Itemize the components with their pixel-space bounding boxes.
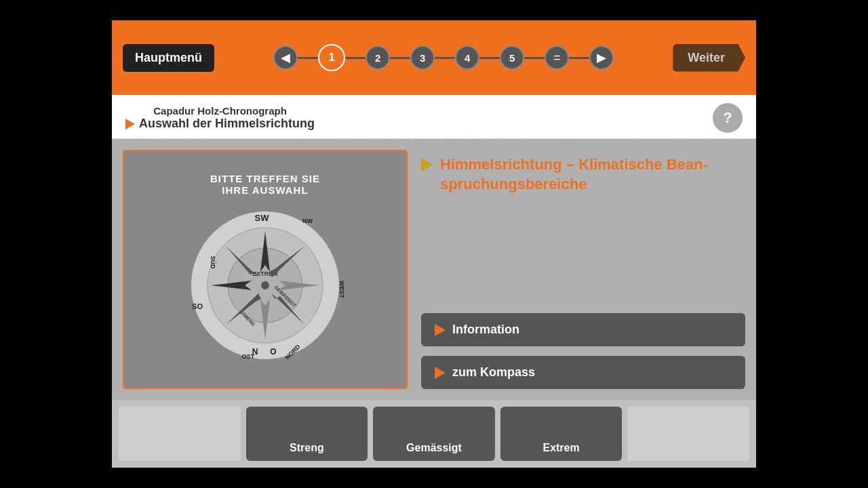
svg-text:WEST: WEST: [338, 281, 345, 299]
subtitle-arrow-icon: [125, 119, 135, 129]
main-content: BITTE TREFFEN SIE IHRE AUSWAHL EXTREM GE…: [112, 139, 756, 400]
right-panel: Himmelsrichtung – Klimatische Bean­spruc…: [421, 150, 745, 389]
svg-text:SO: SO: [192, 302, 203, 310]
step-equals: =: [545, 45, 569, 70]
compass-area: BITTE TREFFEN SIE IHRE AUSWAHL EXTREM GE…: [123, 150, 408, 389]
svg-text:N: N: [252, 347, 258, 357]
nav-line-1: [298, 57, 318, 59]
nav-line-3: [390, 57, 410, 59]
navigation-steps: ◀ 1 2 3 4 5 = ▶: [225, 44, 662, 71]
kompass-arrow-icon: [435, 367, 446, 379]
bottom-bar: Streng Gemässigt Extrem: [112, 400, 756, 468]
page-title: Capadur Holz-Chronograph: [125, 105, 315, 117]
nav-line-7: [569, 57, 589, 59]
step-4[interactable]: 4: [455, 45, 479, 70]
step-5[interactable]: 5: [500, 45, 524, 70]
step-2[interactable]: 2: [366, 45, 390, 70]
kompass-button[interactable]: zum Kompass: [421, 356, 745, 389]
help-button[interactable]: ?: [713, 103, 743, 133]
svg-text:SÜD: SÜD: [210, 256, 216, 269]
hauptmenu-button[interactable]: Hauptmenü: [123, 44, 214, 72]
extrem-button[interactable]: Extrem: [500, 407, 623, 461]
information-button[interactable]: Information: [421, 313, 745, 346]
heading-arrow-icon: [421, 158, 433, 171]
section-heading: Himmelsrichtung – Klimatische Bean­spruc…: [421, 155, 745, 194]
nav-prev-button[interactable]: ◀: [273, 45, 298, 70]
weiter-button[interactable]: Weiter: [673, 44, 745, 72]
svg-text:NW: NW: [302, 218, 313, 224]
bottom-empty-slot: [119, 407, 241, 461]
compass-prompt: BITTE TREFFEN SIE IHRE AUSWAHL: [210, 173, 320, 196]
gemassigt-button[interactable]: Gemässigt: [373, 407, 495, 461]
svg-text:SW: SW: [255, 213, 270, 223]
streng-button[interactable]: Streng: [246, 407, 368, 461]
subtitle-text: Capadur Holz-Chronograph Auswahl der Him…: [125, 105, 315, 131]
subtitle-bar: Capadur Holz-Chronograph Auswahl der Him…: [112, 95, 756, 139]
svg-point-23: [261, 281, 269, 289]
info-arrow-icon: [435, 324, 446, 336]
compass-diagram[interactable]: EXTREM GEMÄSSIGT STRENG: [184, 204, 347, 367]
nav-next-button[interactable]: ▶: [589, 45, 614, 70]
nav-line-5: [479, 57, 500, 59]
step-3[interactable]: 3: [410, 45, 435, 70]
svg-text:O: O: [270, 347, 276, 357]
nav-line-4: [435, 57, 455, 59]
nav-line-6: [524, 57, 545, 59]
bottom-empty-slot-2: [627, 407, 749, 461]
step-1[interactable]: 1: [318, 44, 345, 71]
nav-line-2: [345, 57, 366, 59]
page-subtitle: Auswahl der Himmelsrichtung: [125, 117, 315, 131]
